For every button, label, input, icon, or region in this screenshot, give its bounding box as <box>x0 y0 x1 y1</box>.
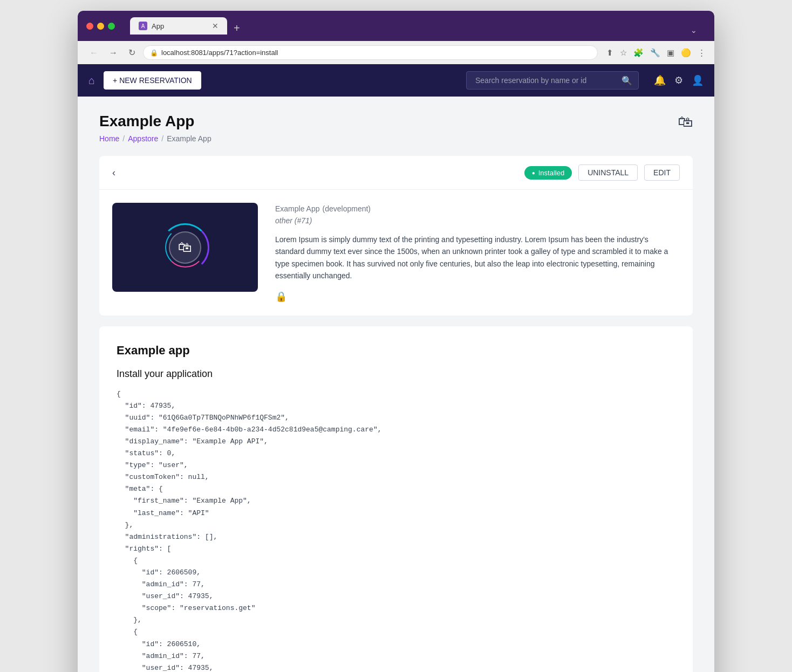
shopping-bag-icon: 🛍 <box>678 113 693 131</box>
user-icon[interactable]: 👤 <box>692 74 704 86</box>
home-icon[interactable]: ⌂ <box>88 74 95 87</box>
subsection-title: Install your application <box>117 368 675 380</box>
app-image: 🛍 <box>112 203 258 292</box>
profile-icon[interactable]: 🟡 <box>681 48 691 58</box>
installed-label: Installed <box>538 169 564 177</box>
app-logo-inner: 🛍 <box>169 231 201 264</box>
notification-icon[interactable]: 🔔 <box>654 74 666 86</box>
forward-nav-button[interactable]: → <box>106 47 121 59</box>
new-tab-button[interactable]: + <box>227 22 247 35</box>
new-reservation-button[interactable]: + NEW RESERVATION <box>104 71 201 90</box>
breadcrumb: Home / Appstore / Example App <box>99 134 211 143</box>
search-container: 🔍 <box>466 71 639 90</box>
app-card-header: ‹ ● Installed UNINSTALL EDIT <box>99 156 693 190</box>
minimize-button[interactable] <box>97 23 104 30</box>
search-input[interactable] <box>466 71 639 90</box>
back-nav-button[interactable]: ← <box>86 47 101 59</box>
content-section: Example app Install your application { "… <box>99 326 693 672</box>
page-content: Example App Home / Appstore / Example Ap… <box>78 97 714 672</box>
menu-icon[interactable]: ⋮ <box>698 48 706 58</box>
card-actions: ● Installed UNINSTALL EDIT <box>524 164 680 181</box>
header-icons: 🔔 ⚙ 👤 <box>654 74 704 86</box>
browser-action-icons: ⬆ ☆ 🧩 🔧 ▣ 🟡 ⋮ <box>606 48 706 58</box>
page-title: Example App <box>99 113 211 130</box>
sidebar-icon[interactable]: ▣ <box>667 48 674 58</box>
maximize-button[interactable] <box>108 23 115 30</box>
breadcrumb-sep-2: / <box>161 134 163 143</box>
app-info: 🛍 Example App (development) other (#71) … <box>99 190 693 316</box>
url-field[interactable]: 🔒 localhost:8081/apps/71?action=install <box>143 45 598 60</box>
breadcrumb-home[interactable]: Home <box>99 134 119 143</box>
bookmark-icon[interactable]: ☆ <box>620 48 627 58</box>
app-header: ⌂ + NEW RESERVATION 🔍 🔔 ⚙ 👤 <box>78 64 714 97</box>
section-title: Example app <box>117 344 675 358</box>
installed-badge: ● Installed <box>524 166 572 180</box>
settings-icon[interactable]: ⚙ <box>674 74 683 86</box>
back-button[interactable]: ‹ <box>112 167 115 179</box>
tab-dropdown-icon[interactable]: ⌄ <box>691 26 697 35</box>
lock-icon: 🔒 <box>150 49 158 57</box>
installed-dot-icon: ● <box>532 170 535 176</box>
address-bar: ← → ↻ 🔒 localhost:8081/apps/71?action=in… <box>78 41 714 64</box>
app-details: Example App (development) other (#71) Lo… <box>275 203 680 303</box>
edit-button[interactable]: EDIT <box>644 164 680 181</box>
app-logo: 🛍 <box>158 221 212 275</box>
search-icon: 🔍 <box>622 76 632 86</box>
app-description: Lorem Ipsum is simply dummy text of the … <box>275 234 680 282</box>
page-header: Example App Home / Appstore / Example Ap… <box>99 113 693 143</box>
share-icon[interactable]: ⬆ <box>606 48 613 58</box>
close-button[interactable] <box>86 23 93 30</box>
puzzle-icon[interactable]: 🔧 <box>650 48 660 58</box>
reload-button[interactable]: ↻ <box>125 46 139 59</box>
breadcrumb-current: Example App <box>167 134 211 143</box>
lock-permissions-icon: 🔒 <box>275 291 287 302</box>
page-title-area: Example App Home / Appstore / Example Ap… <box>99 113 211 143</box>
tab-close-icon[interactable]: ✕ <box>212 22 219 30</box>
app-name: Example App (development) <box>275 203 680 214</box>
breadcrumb-sep-1: / <box>122 134 125 143</box>
url-text: localhost:8081/apps/71?action=install <box>161 49 278 57</box>
breadcrumb-appstore[interactable]: Appstore <box>128 134 158 143</box>
window-controls <box>86 23 115 30</box>
tab-favicon: A <box>139 22 147 30</box>
code-block: { "id": 47935, "uuid": "61Q6Ga0Tp7TBNQoP… <box>117 388 675 672</box>
app-tag: (development) <box>323 204 371 213</box>
app-category: other (#71) <box>275 216 680 225</box>
browser-tab[interactable]: A App ✕ <box>130 17 227 35</box>
tab-title: App <box>152 22 164 30</box>
uninstall-button[interactable]: UNINSTALL <box>578 164 638 181</box>
app-card: ‹ ● Installed UNINSTALL EDIT 🛍 <box>99 156 693 316</box>
extension-icon[interactable]: 🧩 <box>633 48 644 58</box>
